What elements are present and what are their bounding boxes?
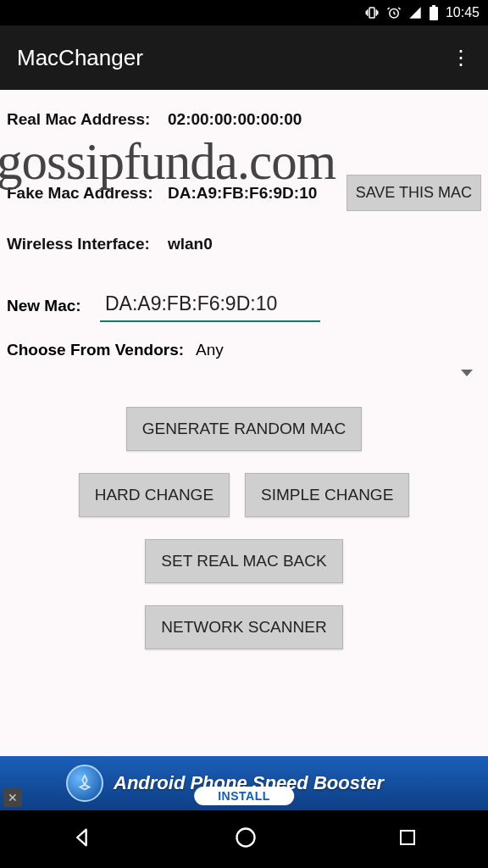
real-mac-row: Real Mac Address: 02:00:00:00:00:00: [7, 110, 481, 129]
wireless-value: wlan0: [168, 235, 213, 253]
svg-rect-5: [401, 831, 414, 844]
wireless-label: Wireless Interface:: [7, 235, 168, 253]
vendor-row: Choose From Vendors: Any: [7, 341, 481, 359]
new-mac-label: New Mac:: [7, 297, 100, 315]
set-real-mac-button[interactable]: SET REAL MAC BACK: [145, 539, 342, 583]
overflow-menu-icon[interactable]: ⋮: [451, 46, 471, 70]
fake-mac-value: DA:A9:FB:F6:9D:10: [168, 184, 317, 203]
vendor-value: Any: [196, 341, 224, 359]
network-scanner-button[interactable]: NETWORK SCANNER: [145, 605, 342, 649]
alarm-icon: [386, 5, 402, 20]
fake-mac-label: Fake Mac Address:: [7, 184, 168, 203]
ad-close-icon[interactable]: ✕: [3, 788, 22, 807]
new-mac-row: New Mac:: [7, 289, 481, 322]
status-bar: 10:45: [0, 0, 488, 25]
vibrate-icon: [364, 5, 380, 20]
signal-icon: [408, 6, 422, 19]
new-mac-input[interactable]: [100, 289, 320, 322]
navigation-bar: [0, 810, 488, 868]
vendor-label: Choose From Vendors:: [7, 341, 184, 359]
ad-install-button[interactable]: INSTALL: [194, 787, 294, 805]
home-icon[interactable]: [234, 826, 258, 853]
svg-point-4: [236, 829, 254, 847]
save-mac-button[interactable]: SAVE THIS MAC: [347, 175, 481, 211]
app-title: MacChanger: [17, 45, 143, 71]
fake-mac-row: Fake Mac Address: DA:A9:FB:F6:9D:10 SAVE…: [7, 175, 481, 211]
real-mac-value: 02:00:00:00:00:00: [168, 110, 302, 129]
simple-change-button[interactable]: SIMPLE CHANGE: [245, 473, 409, 517]
back-icon[interactable]: [70, 826, 94, 853]
clock: 10:45: [446, 5, 480, 20]
ad-title: Android Phone Speed Booster: [114, 772, 476, 794]
action-bar: MacChanger ⋮: [0, 25, 488, 90]
vendor-dropdown-icon[interactable]: [461, 370, 473, 376]
ad-banner[interactable]: ✕ Android Phone Speed Booster INSTALL: [0, 756, 488, 810]
svg-rect-2: [430, 7, 438, 20]
svg-rect-3: [432, 5, 435, 7]
real-mac-label: Real Mac Address:: [7, 110, 168, 129]
wireless-row: Wireless Interface: wlan0: [7, 235, 481, 253]
generate-random-button[interactable]: GENERATE RANDOM MAC: [126, 407, 362, 451]
main-content: gossipfunda.com Real Mac Address: 02:00:…: [0, 90, 488, 756]
svg-rect-0: [369, 8, 374, 18]
ad-logo-icon: [66, 765, 103, 802]
hard-change-button[interactable]: HARD CHANGE: [79, 473, 230, 517]
change-buttons-row: HARD CHANGE SIMPLE CHANGE: [79, 473, 410, 517]
battery-icon: [429, 5, 439, 20]
button-area: GENERATE RANDOM MAC HARD CHANGE SIMPLE C…: [7, 407, 481, 649]
recent-apps-icon[interactable]: [397, 827, 418, 851]
